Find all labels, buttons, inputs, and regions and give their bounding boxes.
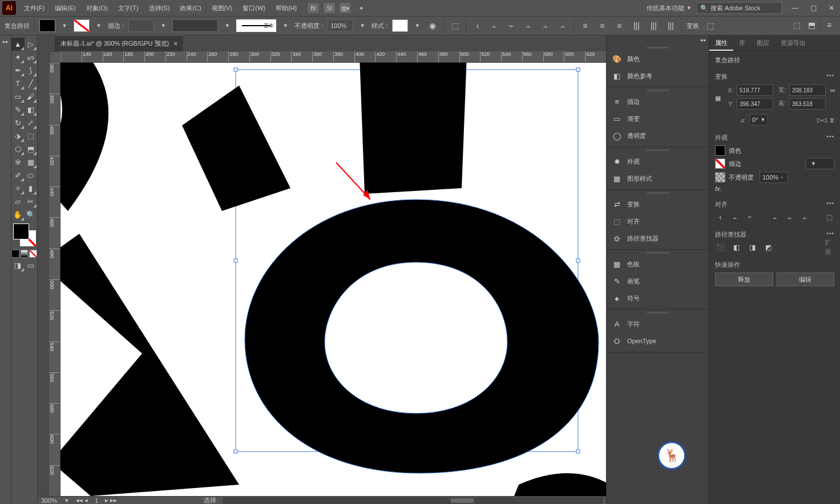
panel-item-字符[interactable]: A字符: [607, 315, 709, 332]
menu-window[interactable]: 窗口(W): [238, 2, 270, 15]
stroke-profile-dropdown[interactable]: ▼: [223, 19, 232, 32]
menu-type[interactable]: 文字(T): [114, 2, 143, 15]
dist-hcenter-icon[interactable]: |||: [647, 19, 660, 32]
transform-more-icon[interactable]: •••: [826, 72, 834, 79]
horizontal-scrollbar[interactable]: [223, 498, 603, 503]
dist-top-icon[interactable]: ≡: [579, 19, 591, 32]
align-hcenter-btn[interactable]: ⫠: [730, 212, 739, 222]
paintbrush-tool[interactable]: 🖌: [25, 90, 38, 103]
symbol-sprayer-tool[interactable]: ✧: [11, 182, 25, 195]
isolate-icon[interactable]: ⬚: [790, 19, 803, 31]
align-vcenter-icon[interactable]: ⫠: [539, 19, 552, 32]
y-input[interactable]: 396.347: [737, 98, 773, 109]
align-hcenter-icon[interactable]: ⫠: [488, 19, 500, 32]
opacity-swatch[interactable]: [715, 172, 725, 182]
menu-object[interactable]: 对象(O): [82, 2, 112, 15]
magic-wand-tool[interactable]: ✦: [11, 51, 25, 64]
stroke-color-swatch[interactable]: [715, 158, 725, 169]
ruler-horizontal[interactable]: 1401601802002202402602803003203403603804…: [60, 51, 606, 63]
fill-stroke-indicator[interactable]: [13, 223, 36, 246]
align-vcenter-btn[interactable]: ⫠: [785, 212, 794, 222]
align-top-icon[interactable]: ⫠: [522, 19, 535, 32]
panel-item-颜色[interactable]: 🎨颜色: [607, 50, 709, 67]
zoom-tool[interactable]: 🔍: [25, 208, 38, 221]
line-tool[interactable]: ╱: [25, 77, 38, 90]
width-input[interactable]: 208.183: [789, 84, 826, 96]
stroke-profile-field[interactable]: [172, 19, 218, 32]
angle-input[interactable]: 0°▼: [749, 114, 768, 125]
menu-file[interactable]: 文件(F): [19, 2, 49, 15]
crop-icon[interactable]: ⬒: [805, 19, 818, 31]
menu-select[interactable]: 选择(S): [144, 2, 175, 15]
hand-tool[interactable]: ✋: [11, 208, 25, 221]
pf-minus-icon[interactable]: ◧: [731, 242, 741, 253]
fx-label[interactable]: fx.: [715, 185, 722, 192]
opacity-input[interactable]: 100%›: [760, 172, 788, 183]
panel-item-颜色参考[interactable]: ◧颜色参考: [607, 67, 709, 84]
menu-edit[interactable]: 编辑(E): [50, 2, 80, 15]
maximize-button[interactable]: ▢: [807, 3, 819, 13]
pen-tool[interactable]: ✒: [11, 64, 25, 77]
style-dropdown[interactable]: ▼: [413, 19, 422, 32]
tab-libraries[interactable]: 库: [733, 35, 751, 51]
free-transform-tool[interactable]: ⬚: [25, 129, 38, 143]
graph-tool[interactable]: ▮: [25, 182, 38, 195]
bridge-button[interactable]: Br: [307, 2, 320, 14]
direct-selection-tool[interactable]: ▷: [25, 38, 38, 51]
page-number[interactable]: 1: [95, 497, 98, 504]
panel-item-渐变[interactable]: ▭渐变: [607, 110, 709, 127]
fill-dropdown[interactable]: ▼: [60, 19, 69, 32]
stock-button[interactable]: St: [323, 2, 336, 14]
panel-item-路径查找器[interactable]: ⯐路径查找器: [607, 230, 709, 247]
transform-label[interactable]: 变换: [686, 22, 699, 30]
page-nav-prev[interactable]: ◂◂ ◂: [76, 497, 88, 504]
align-right-icon[interactable]: ⫟: [505, 19, 518, 32]
close-tab-icon[interactable]: ×: [173, 40, 177, 48]
brush-definition-field[interactable]: 基本: [236, 19, 276, 32]
shape-builder-tool[interactable]: ⬡: [11, 143, 25, 156]
align-bottom-icon[interactable]: ⫠: [556, 19, 569, 32]
x-input[interactable]: 519.777: [737, 84, 773, 96]
panel-item-外观[interactable]: ✸外观: [607, 153, 709, 170]
type-tool[interactable]: T: [11, 77, 25, 90]
tab-layers[interactable]: 图层: [751, 35, 775, 51]
panel-item-变换[interactable]: ⇄变换: [607, 196, 709, 213]
stroke-dropdown[interactable]: ▼: [94, 19, 103, 32]
panel-item-图形样式[interactable]: ▦图形样式: [607, 170, 709, 187]
ruler-vertical[interactable]: 3603804004204404604805005205405605806006…: [49, 63, 60, 496]
dist-right-icon[interactable]: |||: [664, 19, 677, 32]
link-wh-icon[interactable]: ⫘: [829, 87, 835, 94]
style-swatch[interactable]: [392, 19, 408, 32]
align-left-btn[interactable]: ⫞: [715, 212, 724, 222]
fill-color-swatch[interactable]: [715, 145, 725, 156]
panel-item-描边[interactable]: ≡描边: [607, 93, 709, 110]
none-mode-icon[interactable]: [29, 250, 37, 258]
stroke-swatch[interactable]: [74, 19, 90, 32]
stroke-weight-field[interactable]: [128, 19, 154, 32]
pf-exclude-icon[interactable]: ◩: [763, 242, 773, 253]
align-to-btn[interactable]: ⬚: [825, 212, 834, 222]
ruler-origin[interactable]: [49, 51, 60, 63]
align-top-btn[interactable]: ⫠: [770, 212, 779, 222]
height-input[interactable]: 363.518: [789, 98, 826, 109]
minimize-button[interactable]: —: [789, 3, 801, 13]
flip-h-icon[interactable]: ▷◁: [817, 116, 826, 124]
panel-item-画笔[interactable]: ✎画笔: [607, 273, 709, 290]
menu-view[interactable]: 视图(V): [207, 2, 237, 15]
edit-button[interactable]: 编辑: [777, 273, 835, 286]
opacity-dropdown[interactable]: ▼: [358, 19, 367, 32]
shaper-tool[interactable]: ✎: [11, 103, 25, 116]
screen-mode-tool[interactable]: ▭: [25, 259, 38, 272]
lasso-tool[interactable]: ᔕ: [25, 51, 38, 64]
stroke-weight-dropdown[interactable]: ▼: [159, 19, 168, 32]
document-tab[interactable]: 未标题-1.ai* @ 300% (RGB/GPU 预览) ×: [55, 35, 183, 51]
left-dock-collapsed[interactable]: ▸▸: [0, 35, 11, 504]
align-left-icon[interactable]: ⫞: [471, 19, 483, 32]
canvas[interactable]: [60, 63, 606, 496]
width-tool[interactable]: ⬗: [11, 129, 25, 143]
stroke-weight-input[interactable]: ▼: [806, 158, 834, 169]
workspace-switcher[interactable]: 传统基本功能▼: [642, 3, 696, 14]
color-mode-icon[interactable]: [11, 250, 19, 258]
pf-unite-icon[interactable]: ⬛: [715, 242, 725, 253]
appearance-more-icon[interactable]: •••: [826, 133, 834, 140]
